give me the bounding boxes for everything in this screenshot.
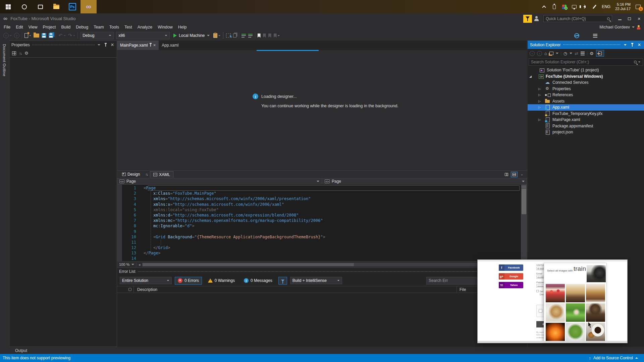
- menu-item-window[interactable]: Window: [155, 24, 175, 31]
- menu-item-analyze[interactable]: Analyze: [135, 24, 155, 31]
- solution-platform-dropdown[interactable]: x86: [116, 32, 170, 39]
- error-list-header[interactable]: Error List: [117, 268, 527, 275]
- collapsed-arrow-icon[interactable]: ▷: [538, 106, 545, 109]
- captcha-image-salad-plate[interactable]: [566, 323, 585, 341]
- file-column-header[interactable]: File: [457, 287, 466, 292]
- visual-studio-button[interactable]: ∞: [80, 0, 97, 13]
- menu-item-project[interactable]: Project: [40, 24, 59, 31]
- scrollbar-thumb[interactable]: [522, 189, 526, 214]
- pen-tray-button[interactable]: [592, 4, 597, 9]
- menu-item-view[interactable]: View: [26, 24, 40, 31]
- code-line[interactable]: 2 x:Class="FoxTube.MainPage": [117, 191, 521, 196]
- social-button-facebook[interactable]: fFacebook: [499, 264, 523, 271]
- save-button[interactable]: [42, 32, 46, 39]
- file-explorer-button[interactable]: [48, 0, 64, 13]
- restore-button[interactable]: [625, 14, 634, 23]
- vs-title-bar[interactable]: ∞ FoxTube - Microsoft Visual Studio Quic…: [0, 13, 644, 24]
- filter-button[interactable]: [278, 277, 287, 285]
- back-button[interactable]: ‹: [530, 51, 535, 56]
- enable-selection-button[interactable]: [226, 32, 231, 39]
- code-line[interactable]: 7 xmlns:mc="http://schemas.openxmlformat…: [117, 218, 521, 223]
- categorized-view-icon[interactable]: [12, 51, 16, 55]
- code-line[interactable]: 3 xmlns="http://schemas.microsoft.com/wi…: [117, 196, 521, 201]
- window-position-button[interactable]: [623, 43, 628, 47]
- navigate-forward-button[interactable]: ›: [14, 32, 19, 39]
- tree-item-foxtube-universal-windows[interactable]: ◢FoxTube (Universal Windows): [528, 73, 644, 80]
- chevron-down-icon[interactable]: [570, 53, 572, 54]
- social-button-google[interactable]: g+Google: [499, 273, 523, 280]
- tray-expand-button[interactable]: [541, 4, 547, 9]
- browser-preview-button[interactable]: [574, 32, 579, 39]
- captcha-image-dessert-cup[interactable]: [566, 284, 585, 302]
- recaptcha-checkbox[interactable]: [539, 309, 542, 313]
- xaml-designer-pane[interactable]: i Loading designer... You can continue w…: [117, 50, 527, 170]
- horizontal-scrollbar[interactable]: [142, 263, 526, 266]
- pin-icon[interactable]: [150, 44, 151, 47]
- code-line[interactable]: 12 </Grid>: [117, 245, 521, 250]
- undo-button[interactable]: ↶: [58, 32, 66, 39]
- errors-filter-button[interactable]: × 0 Errors: [175, 277, 202, 285]
- previous-bookmark-button[interactable]: [263, 32, 266, 39]
- send-feedback-icon[interactable]: [534, 16, 540, 21]
- clock[interactable]: 5:16 PM 22-Jul-17: [615, 2, 631, 11]
- home-button[interactable]: ⌂: [544, 51, 547, 56]
- code-line[interactable]: 4 xmlns:x="http://schemas.microsoft.com/…: [117, 202, 521, 207]
- chevron-down-icon[interactable]: [131, 264, 134, 265]
- code-line[interactable]: 13</Page>: [117, 250, 521, 256]
- tree-item-mainpage-xaml[interactable]: ▷MainPage.xaml: [528, 117, 644, 123]
- menu-item-build[interactable]: Build: [58, 24, 73, 31]
- pending-changes-filter-button[interactable]: ◷: [564, 51, 567, 56]
- menu-item-team[interactable]: Team: [91, 24, 107, 31]
- code-line[interactable]: 10 <Grid Background="{ThemeResource Appl…: [117, 234, 521, 240]
- sync-with-active-document-button[interactable]: ⇄: [575, 51, 578, 56]
- close-panel-button[interactable]: ×: [637, 43, 642, 47]
- swap-panes-icon[interactable]: ↑↓: [145, 172, 148, 176]
- pin-button[interactable]: [103, 43, 108, 47]
- window-position-button[interactable]: [97, 43, 101, 47]
- copy-structure-button[interactable]: [233, 32, 236, 39]
- code-line[interactable]: 14: [117, 256, 521, 261]
- minimize-button[interactable]: [615, 14, 625, 23]
- property-pages-icon[interactable]: ⚙: [24, 51, 29, 55]
- find-in-files-button[interactable]: [213, 32, 220, 39]
- usb-tray-button[interactable]: [551, 4, 557, 9]
- social-button-yahoo[interactable]: Y!Yahoo: [499, 282, 523, 288]
- forward-button[interactable]: ›: [537, 51, 542, 56]
- description-column-header[interactable]: Description: [134, 287, 457, 292]
- properties-button[interactable]: ⚙: [590, 51, 594, 56]
- breadcrumb-right[interactable]: <> Page: [322, 178, 527, 185]
- zoom-level-dropdown[interactable]: 100 %: [119, 262, 129, 266]
- editor-tab-mainpage-xaml[interactable]: MainPage.xaml×: [117, 41, 159, 50]
- tree-item-assets[interactable]: ▷Assets: [528, 98, 644, 105]
- captcha-image-pancake-stack[interactable]: [586, 284, 605, 302]
- captcha-image-coffee-beans[interactable]: [586, 303, 605, 322]
- menu-item-file[interactable]: File: [1, 24, 13, 31]
- cortana-search-button[interactable]: [16, 0, 32, 13]
- comment-button[interactable]: [241, 32, 246, 39]
- captcha-image-glowing-bowl[interactable]: [546, 323, 565, 341]
- menu-item-tools[interactable]: Tools: [107, 24, 122, 31]
- floating-preview-window[interactable]: fFacebookg+GoogleY!Yahoo Usernadr.doolEm…: [477, 259, 628, 343]
- navigate-backward-button[interactable]: ‹: [3, 32, 12, 39]
- action-center-button[interactable]: 1: [635, 4, 641, 9]
- switch-views-button[interactable]: [549, 52, 553, 55]
- toolbar-overflow-button[interactable]: [593, 32, 597, 39]
- vertical-split-button[interactable]: [503, 172, 510, 177]
- chevron-down-icon[interactable]: [556, 53, 558, 54]
- document-outline-tab[interactable]: Document Outline: [2, 44, 6, 76]
- messages-filter-button[interactable]: i 0 Messages: [241, 277, 275, 285]
- collapsed-arrow-icon[interactable]: ▷: [538, 93, 545, 97]
- tab-xaml[interactable]: <> XAML: [150, 171, 173, 178]
- horizontal-split-button[interactable]: [511, 172, 518, 177]
- solution-explorer-header[interactable]: Solution Explorer ×: [528, 41, 644, 49]
- captcha-image-breakfast-plate[interactable]: [546, 303, 565, 322]
- close-icon[interactable]: ×: [153, 44, 156, 47]
- menu-item-help[interactable]: Help: [175, 24, 190, 31]
- start-debugging-button[interactable]: Local Machine: [172, 32, 211, 39]
- editor-tab-app-xaml[interactable]: App.xaml: [159, 41, 181, 50]
- tree-item-solution-foxtube-1-project[interactable]: Solution 'FoxTube' (1 project): [528, 67, 644, 73]
- code-line[interactable]: 9: [117, 229, 521, 234]
- collapsed-arrow-icon[interactable]: ▷: [538, 100, 545, 103]
- error-provider-dropdown[interactable]: Build + IntelliSense: [290, 277, 342, 284]
- captcha-image-strawberry-cake[interactable]: [546, 284, 565, 302]
